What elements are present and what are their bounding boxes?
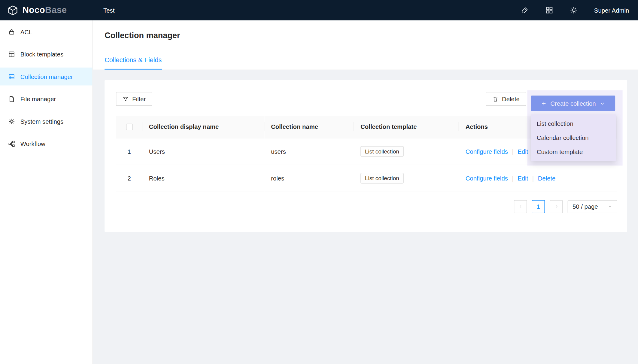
tab-bar: Collections & Fields: [105, 56, 627, 69]
select-all-checkbox[interactable]: [126, 124, 132, 130]
row-index: 1: [116, 138, 142, 165]
row-index: 2: [116, 165, 142, 192]
chevron-left-icon: [518, 204, 523, 209]
lock-icon: [8, 28, 15, 35]
app-window: NocoBase Test: [0, 0, 638, 364]
top-menu-item-test[interactable]: Test: [103, 7, 114, 14]
column-header-collection-name: Collection name: [264, 116, 354, 138]
sidebar-item-workflow[interactable]: Workflow: [0, 135, 92, 153]
pagination-page-1[interactable]: 1: [532, 200, 545, 213]
chevron-down-icon: [608, 204, 612, 209]
sidebar-item-label: System settings: [20, 118, 63, 125]
apps-grid-icon[interactable]: [545, 6, 553, 14]
create-collection-region: Create collection List collection Calend…: [527, 90, 623, 166]
sidebar-item-label: Block templates: [20, 51, 63, 58]
top-navbar: NocoBase Test: [0, 0, 638, 20]
edit-link[interactable]: Edit: [518, 175, 528, 182]
pagination-prev-button[interactable]: [514, 200, 527, 213]
chevron-right-icon: [554, 204, 558, 209]
create-collection-menu: List collection Calendar collection Cust…: [531, 114, 616, 161]
settings-sidebar: ACL Block templates Collection manager F…: [0, 20, 93, 364]
sidebar-item-collection-manager[interactable]: Collection manager: [0, 68, 92, 86]
workflow-icon: [8, 140, 15, 147]
cell-display-name: Roles: [142, 165, 264, 192]
chevron-down-icon: [600, 100, 606, 106]
sidebar-item-label: ACL: [20, 28, 32, 35]
delete-link[interactable]: Delete: [538, 175, 556, 182]
pagination: 1 50 / page: [116, 200, 617, 213]
sidebar-item-label: Collection manager: [20, 73, 73, 80]
plus-icon: [541, 100, 547, 106]
tab-collections-and-fields[interactable]: Collections & Fields: [105, 56, 162, 69]
delete-button[interactable]: Delete: [486, 92, 526, 106]
sidebar-item-acl[interactable]: ACL: [0, 23, 92, 41]
sidebar-item-label: File manager: [20, 96, 56, 102]
configure-fields-link[interactable]: Configure fields: [466, 175, 508, 182]
layout-icon: [8, 51, 15, 58]
pagination-next-button[interactable]: [550, 200, 563, 213]
sidebar-item-label: Workflow: [20, 140, 45, 147]
template-tag: List collection: [360, 173, 404, 184]
top-right-actions: Super Admin: [521, 6, 638, 14]
gear-icon: [8, 118, 15, 125]
create-collection-button[interactable]: Create collection: [531, 96, 615, 111]
action-separator: |: [532, 175, 534, 182]
page-size-select[interactable]: 50 / page: [568, 200, 617, 213]
sidebar-item-system-settings[interactable]: System settings: [0, 112, 92, 130]
filter-button[interactable]: Filter: [116, 92, 152, 106]
cell-collection-name: users: [264, 138, 354, 165]
table-icon: [8, 73, 15, 80]
cell-collection-name: roles: [264, 165, 354, 192]
filter-icon: [123, 96, 129, 102]
trash-icon: [492, 96, 498, 102]
table-row: 2 Roles roles List collection Configure …: [116, 165, 617, 192]
column-header-collection-template: Collection template: [354, 116, 459, 138]
menu-item-list-collection[interactable]: List collection: [531, 116, 616, 130]
action-separator: |: [512, 148, 513, 155]
menu-item-calendar-collection[interactable]: Calendar collection: [531, 131, 616, 145]
nocobase-logo[interactable]: NocoBase: [0, 5, 93, 16]
cube-icon: [7, 5, 18, 16]
template-tag: List collection: [360, 146, 404, 156]
logo-text: NocoBase: [23, 5, 67, 15]
file-icon: [8, 96, 15, 102]
current-user[interactable]: Super Admin: [594, 7, 629, 14]
highlighter-icon[interactable]: [521, 6, 529, 14]
cell-display-name: Users: [142, 138, 264, 165]
action-separator: |: [512, 175, 513, 182]
gear-icon[interactable]: [570, 6, 578, 14]
column-header-display-name: Collection display name: [142, 116, 264, 138]
configure-fields-link[interactable]: Configure fields: [466, 148, 508, 155]
sidebar-item-file-manager[interactable]: File manager: [0, 90, 92, 108]
sidebar-item-block-templates[interactable]: Block templates: [0, 45, 92, 63]
page-header: Collection manager Collections & Fields: [93, 20, 638, 70]
edit-link[interactable]: Edit: [518, 148, 528, 155]
page-title: Collection manager: [105, 31, 627, 40]
menu-item-custom-template[interactable]: Custom template: [531, 145, 616, 159]
main-content: Collection manager Collections & Fields …: [93, 20, 638, 364]
